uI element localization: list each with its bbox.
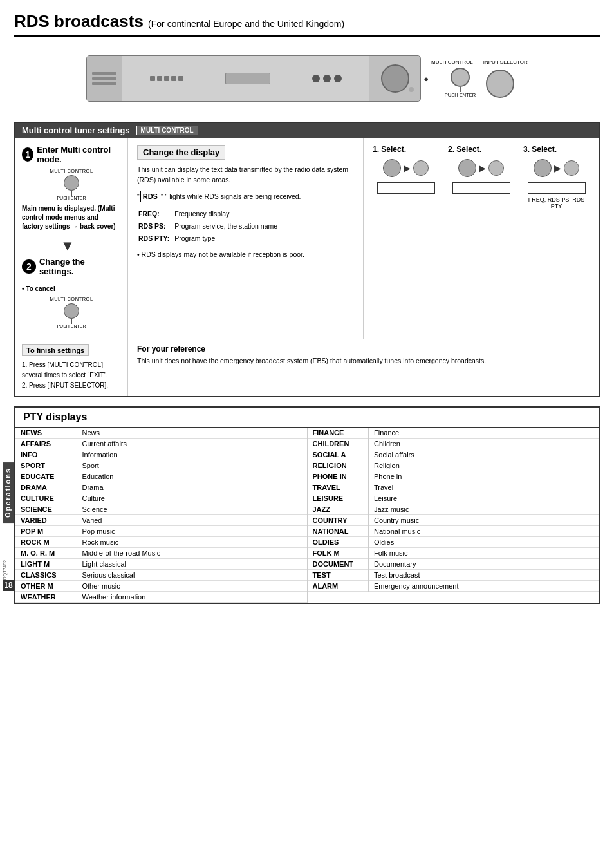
pty-right-row: TRAVELTravel (308, 482, 599, 493)
pty-right-row: LEISURELeisure (308, 493, 599, 504)
main-box-header: Multi control tuner settings MULTI CONTR… (15, 123, 599, 138)
sel-knob2-2 (488, 160, 504, 176)
multi-control-label-top: MULTI CONTROL (431, 59, 473, 65)
pty-left-row: ROCK MRock music (15, 537, 307, 548)
pty-header: PTY displays (15, 408, 599, 427)
pty-desc: Oldies (369, 537, 599, 548)
device-diagram: ● MULTI CONTROL INPUT SELECTOR PUSH ENTE… (14, 43, 600, 114)
pty-right-row: DOCUMENTDocumentary (308, 559, 599, 570)
select-col-3: 3. Select. ▶ FREQ, RDS PS, RDS PTY (523, 145, 590, 209)
freq-table: FREQ:Frequency displayRDS PS:Program ser… (137, 207, 283, 245)
pty-right: FINANCEFinanceCHILDRENChildrenSOCIAL ASo… (308, 428, 599, 603)
select-label-3: 3. Select. (523, 145, 557, 154)
select-label-1: 1. Select. (373, 145, 406, 154)
pty-code: CHILDREN (308, 439, 369, 449)
pty-left-row: SCIENCEScience (15, 504, 307, 515)
pty-desc: Children (369, 439, 599, 449)
sel-knob-3 (534, 159, 552, 177)
change-display-column: Change the display This unit can display… (128, 138, 364, 339)
main-box-title: Multi control tuner settings (22, 126, 130, 135)
pty-desc: Other music (77, 581, 307, 592)
pty-desc: Phone in (369, 471, 599, 482)
step1-push-label: PUSH ENTER (57, 196, 86, 200)
rds-badge: RDS (140, 191, 160, 203)
pty-code: NATIONAL (308, 526, 369, 537)
select-col-2: 2. Select. ▶ (448, 145, 514, 209)
pty-desc: Culture (77, 493, 307, 504)
pty-right-row: SOCIAL ASocial affairs (308, 449, 599, 460)
pty-desc: Finance (369, 428, 599, 439)
pty-left-row: M. O. R. MMiddle-of-the-road Music (15, 548, 307, 559)
pty-desc: Emergency announcement (369, 581, 599, 592)
pty-right-row: OLDIESOldies (308, 537, 599, 548)
pty-right-row: FOLK MFolk music (308, 548, 599, 559)
your-reference-title: For your reference (137, 344, 590, 354)
pty-code: PHONE IN (308, 471, 369, 482)
pty-desc: Travel (369, 482, 599, 493)
sel-knob-1 (383, 159, 401, 177)
pty-left-row: DRAMADrama (15, 482, 307, 493)
pty-code: OLDIES (308, 537, 369, 548)
finish-steps: 1. Press [MULTI CONTROL] several times t… (22, 360, 121, 391)
freq-row: RDS PS:Program service, the station name (138, 221, 281, 232)
pty-desc: Test broadcast (369, 570, 599, 581)
pty-desc: Weather information (77, 592, 307, 603)
cancel-push-label: PUSH ENTER (57, 324, 86, 328)
pty-section: PTY displays NEWSNewsAFFAIRSCurrent affa… (14, 406, 600, 604)
pty-desc: Folk music (369, 548, 599, 559)
cancel-knob-label: MULTI CONTROL (50, 296, 93, 302)
pty-right-row: JAZZJazz music (308, 504, 599, 515)
pty-table-area: NEWSNewsAFFAIRSCurrent affairsINFOInform… (15, 427, 599, 603)
select-cols-container: 1. Select. ▶ 2. Select. ▶ 3. Select. ▶ F… (373, 145, 590, 209)
rqt-label: RQT7492 (3, 560, 7, 580)
pty-desc: Documentary (369, 559, 599, 570)
select-display-1 (377, 182, 435, 194)
pty-desc: Country music (369, 515, 599, 526)
pty-desc: Light classical (77, 559, 307, 570)
pty-left-row: LIGHT MLight classical (15, 559, 307, 570)
freq-value: Program type (174, 233, 281, 244)
pty-code: JAZZ (308, 504, 369, 515)
pty-desc: National music (369, 526, 599, 537)
pty-code: EDUCATE (15, 471, 77, 482)
pty-left-row: WEATHERWeather information (15, 592, 307, 603)
pty-desc: Science (77, 504, 307, 515)
your-reference-text: This unit does not have the emergency br… (137, 356, 590, 366)
pty-right-row: RELIGIONReligion (308, 460, 599, 471)
pty-desc: Leisure (369, 493, 599, 504)
page-number: 18 (3, 580, 14, 591)
step1-knob: MULTI CONTROL PUSH ENTER (22, 168, 121, 200)
selector-icon-2: ▶ (458, 159, 504, 177)
pty-right-table: FINANCEFinanceCHILDRENChildrenSOCIAL ASo… (308, 428, 599, 592)
pty-code: M. O. R. M (15, 548, 77, 559)
pty-desc: Pop music (77, 526, 307, 537)
pty-desc: Rock music (77, 537, 307, 548)
bottom-sections: To finish settings 1. Press [MULTI CONTR… (15, 339, 599, 396)
pty-left-row: AFFAIRSCurrent affairs (15, 439, 307, 449)
pty-code: TEST (308, 570, 369, 581)
rds-text1: This unit can display the text data tran… (137, 165, 354, 185)
freq-value: Frequency display (174, 209, 281, 220)
rds-bullet-note: • RDS displays may not be available if r… (137, 250, 354, 260)
pty-code: AFFAIRS (15, 439, 77, 449)
pty-code: LEISURE (308, 493, 369, 504)
cancel-section: • To cancel MULTI CONTROL PUSH ENTER (22, 285, 121, 328)
pty-code: INFO (15, 449, 77, 460)
pty-code: CULTURE (15, 493, 77, 504)
pty-code: WEATHER (15, 592, 77, 603)
step1-knob-label: MULTI CONTROL (50, 168, 93, 174)
push-enter-label: PUSH ENTER (445, 92, 476, 98)
finish-step: 2. Press [INPUT SELECTOR]. (22, 381, 121, 391)
pty-left-row: VARIEDVaried (15, 515, 307, 526)
step1-title: 1 Enter Multi control mode. (22, 145, 121, 164)
pty-right-row: ALARMEmergency announcement (308, 581, 599, 592)
select-display-2 (452, 182, 510, 194)
pty-right-row: FINANCEFinance (308, 428, 599, 439)
select-columns: 1. Select. ▶ 2. Select. ▶ 3. Select. ▶ F… (364, 138, 599, 339)
pty-code: COUNTRY (308, 515, 369, 526)
pty-desc: News (77, 428, 307, 439)
pty-desc: Current affairs (77, 439, 307, 449)
pty-desc: Social affairs (369, 449, 599, 460)
sel-knob2-3 (564, 160, 579, 176)
pty-left-row: OTHER MOther music (15, 581, 307, 592)
